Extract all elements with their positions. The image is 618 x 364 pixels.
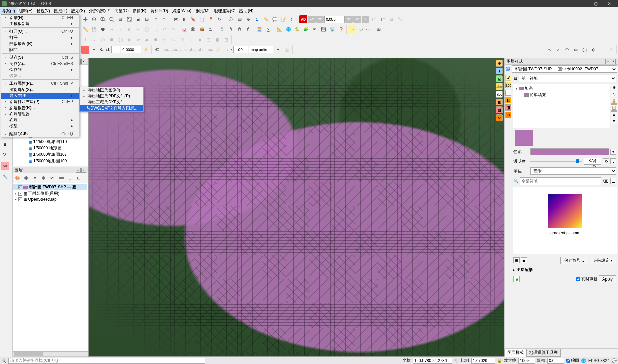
layer-remove-icon[interactable]: ➖: [57, 174, 65, 182]
label-c-icon[interactable]: abc: [170, 46, 179, 54]
menu-item[interactable]: 關閉: [1, 47, 79, 53]
menu-item[interactable]: ▫新建打印布局(P)...Ctrl+P: [1, 99, 79, 105]
new-bookmark-icon[interactable]: 🔖: [189, 15, 197, 23]
render-checkbox[interactable]: 繪圖: [566, 358, 579, 363]
symbol-remove-icon[interactable]: ⊖: [611, 91, 617, 97]
layer-eye-icon[interactable]: 👁: [48, 174, 56, 182]
menu-mesh[interactable]: 網孔(M): [193, 7, 212, 14]
coord-icon[interactable]: ⊕: [1, 140, 9, 149]
text-b-icon[interactable]: T⁺: [379, 15, 387, 23]
dig-1-icon[interactable]: ⤴: [81, 35, 89, 44]
tab-layer-style[interactable]: 图层样式: [504, 349, 527, 357]
extent-icon[interactable]: 🐁: [454, 358, 459, 363]
masks-tab-icon[interactable]: abc: [505, 90, 511, 96]
rotation-input[interactable]: [547, 358, 564, 364]
symbol-gallery[interactable]: gradient plasma: [513, 187, 617, 254]
trash-icon[interactable]: 🗑: [607, 46, 615, 54]
menu-item[interactable]: ▫儲存(S)Ctrl+S: [1, 54, 79, 60]
dig-3-icon[interactable]: ⬡: [99, 35, 107, 44]
dig-15-icon[interactable]: ▢: [204, 35, 212, 44]
dig-12-icon[interactable]: ⬡: [178, 35, 186, 44]
browser-item[interactable]: ▦ 1/50000地形圖109: [13, 158, 87, 164]
layer-item[interactable]: ▸✓▦正射影像圖(通用): [13, 190, 87, 197]
3d-tab-icon[interactable]: ◧: [505, 97, 511, 103]
globe-icon[interactable]: 🌐: [284, 25, 292, 33]
menu-item[interactable]: 打开▶: [1, 34, 79, 41]
poly-d-icon[interactable]: ◐: [589, 46, 597, 54]
menu-item[interactable]: 导入/导出▶: [1, 93, 79, 99]
search-clear-icon[interactable]: ⌫: [603, 178, 609, 184]
vertex-tool-icon[interactable]: ⇱: [545, 46, 553, 54]
menu-item[interactable]: 捕捉选项(S)...: [1, 87, 79, 93]
ov-btn-4[interactable]: abc: [496, 83, 503, 90]
list-view-icon[interactable]: ☰: [521, 257, 527, 263]
search-menu-icon[interactable]: ☰: [610, 178, 616, 184]
temp-bookmark-icon[interactable]: 📍: [207, 15, 215, 23]
opacity-data-icon[interactable]: ⋮: [610, 158, 616, 164]
wrench-icon[interactable]: 🔧: [1, 172, 9, 181]
layers-close-icon[interactable]: ×: [81, 168, 86, 173]
paste-icon[interactable]: 📄: [152, 25, 160, 33]
dig-10-icon[interactable]: ✧: [160, 35, 168, 44]
ov-btn-5[interactable]: abc: [496, 91, 503, 98]
layer-select[interactable]: 都計圖-TWD97-SHP — 臺中市U0002_TWD97: [512, 65, 617, 73]
color-picker-icon[interactable]: [81, 46, 89, 54]
text-t-icon[interactable]: T: [598, 46, 606, 54]
menu-item[interactable]: 恢复...: [1, 73, 79, 79]
action-icon[interactable]: ▦: [235, 15, 244, 23]
color-dropdown-icon[interactable]: ▾: [610, 149, 616, 155]
menu-item[interactable]: 開啟最近 (R)▶: [1, 41, 79, 47]
band-number-input[interactable]: [121, 46, 141, 53]
menu-settings[interactable]: 設定(S): [69, 7, 87, 14]
renderer-select[interactable]: 單一符號: [519, 75, 616, 82]
db-3-icon[interactable]: 🛢: [235, 25, 244, 33]
opacity-value-input[interactable]: 87.4 %: [584, 158, 601, 165]
symbol-up-icon[interactable]: ▲: [611, 111, 617, 117]
submenu-item[interactable]: ▫导出地图为图像(I)...: [80, 87, 143, 93]
menu-box-icon[interactable]: ▦: [387, 15, 395, 23]
epsg-label[interactable]: EPSG:3824: [588, 358, 610, 363]
eye-globe-icon[interactable]: 👁: [311, 25, 319, 33]
ov-btn-8[interactable]: ↻: [496, 114, 503, 121]
stats-icon[interactable]: Σ: [253, 15, 261, 23]
menu-web[interactable]: 網路(Web): [170, 7, 193, 14]
apply-button[interactable]: Apply: [599, 275, 616, 283]
zoom-selection-icon[interactable]: ▣: [134, 15, 142, 23]
show-labels-icon[interactable]: 🏷: [288, 15, 296, 23]
zoom-native-icon[interactable]: ▦: [116, 15, 124, 23]
poly-c-icon[interactable]: ◯: [580, 46, 589, 54]
opacity-slider[interactable]: [530, 161, 582, 162]
toggle-edit-icon[interactable]: ✏️: [81, 25, 89, 33]
symbol-lock-icon[interactable]: 🔒: [611, 98, 617, 104]
db-1-icon[interactable]: 🛢: [218, 25, 226, 33]
ov-btn-2[interactable]: ℹ: [496, 68, 503, 74]
calc-icon[interactable]: 🧮: [255, 25, 264, 33]
zoom-last-icon[interactable]: ⟲: [152, 15, 160, 23]
menu-item[interactable]: ▫打开(O)...Ctrl+O: [1, 28, 79, 34]
gray-btn-2[interactable]: RD: [316, 16, 324, 23]
menu-help[interactable]: 說明(H): [237, 7, 255, 14]
select-invert-icon[interactable]: ▦: [374, 25, 383, 33]
menu-project[interactable]: 專案(J): [0, 7, 17, 14]
layer-funnel-icon[interactable]: ⫛: [40, 174, 48, 182]
text-a-icon[interactable]: T⁻: [370, 15, 378, 23]
vlayer-icon[interactable]: V,: [1, 151, 9, 160]
menu-item[interactable]: ▫新增(N)Ctrl+N: [1, 15, 79, 21]
menu-item[interactable]: ▫工程屬性(P)...Ctrl+Shift+P: [1, 80, 79, 87]
gear-icon[interactable]: ⚙: [244, 15, 252, 23]
layers-undock-icon[interactable]: ▫: [76, 168, 81, 173]
refresh-icon[interactable]: ⟳: [215, 15, 224, 23]
style-undock-icon[interactable]: ▫: [605, 59, 610, 64]
menu-plugins[interactable]: 外掛程式(P): [87, 7, 113, 14]
data-tool-3-icon[interactable]: 📦: [198, 25, 206, 33]
minimize-button[interactable]: ─: [575, 0, 589, 7]
help-icon[interactable]: ❓: [337, 25, 345, 33]
zoom-out-icon[interactable]: [108, 15, 116, 23]
gray-btn-5[interactable]: X: [362, 16, 369, 23]
dig-16-icon[interactable]: ▣: [213, 35, 221, 44]
data-tool-1-icon[interactable]: 📊: [180, 25, 188, 33]
zoom-layer-icon[interactable]: ▤: [143, 15, 151, 23]
dig-5-icon[interactable]: ◯: [116, 35, 124, 44]
copy-icon[interactable]: 📋: [143, 25, 151, 33]
add-feature-icon[interactable]: ⬢: [99, 25, 107, 33]
